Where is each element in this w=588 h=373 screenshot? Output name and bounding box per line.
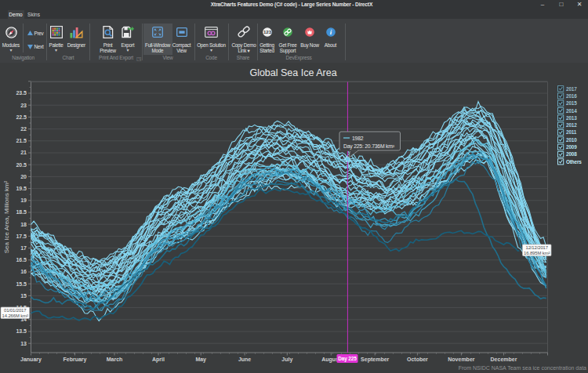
svg-text:13: 13 [20,341,27,346]
svg-text:15: 15 [20,293,27,299]
svg-text:From NSIDC NASA Team sea ice c: From NSIDC NASA Team sea ice concentrati… [459,365,586,371]
svg-text:Day 225: Day 225 [338,356,357,362]
svg-text:November: November [448,357,475,362]
svg-text:January: January [20,357,42,363]
svg-text:12/12/2017: 12/12/2017 [525,245,547,250]
svg-text:March: March [107,357,123,362]
svg-text:Sea Ice Area, Millions km²: Sea Ice Area, Millions km² [3,180,10,253]
svg-text:June: June [238,357,251,362]
svg-text:19.5: 19.5 [16,186,27,191]
svg-text:16: 16 [20,269,27,274]
svg-text:22: 22 [20,126,27,132]
svg-text:18.5: 18.5 [16,209,27,215]
svg-text:October: October [407,357,428,362]
svg-text:17: 17 [20,245,27,251]
svg-text:20: 20 [20,174,27,179]
svg-text:2008: 2008 [566,151,577,157]
svg-text:2010: 2010 [566,137,577,143]
svg-text:2014: 2014 [566,108,577,114]
svg-text:2012: 2012 [566,122,577,128]
svg-text:Others: Others [566,159,582,165]
svg-text:123: 123 [263,30,271,34]
svg-text:July: July [281,357,292,363]
svg-text:April: April [152,357,165,363]
svg-text:19: 19 [20,197,27,203]
svg-text:15.5: 15.5 [16,281,27,287]
svg-text:23: 23 [20,103,27,108]
svg-text:17.5: 17.5 [16,234,27,239]
svg-text:20.5: 20.5 [16,162,27,168]
svg-text:01/01/2017: 01/01/2017 [4,308,26,313]
svg-text:14.266M km²: 14.266M km² [2,313,28,318]
svg-text:16.895M km²: 16.895M km² [524,251,550,255]
svg-text:Day 225: 20.736M km²: Day 225: 20.736M km² [343,143,395,150]
svg-text:September: September [361,357,389,363]
svg-text:13.5: 13.5 [16,328,27,334]
svg-text:December: December [491,357,517,362]
svg-text:16.5: 16.5 [16,257,27,263]
svg-text:May: May [195,357,206,363]
svg-text:21: 21 [20,150,27,155]
svg-text:23.5: 23.5 [16,90,27,96]
svg-text:2015: 2015 [566,100,577,106]
svg-text:22.5: 22.5 [16,114,27,120]
svg-text:2009: 2009 [566,144,577,150]
svg-text:1982: 1982 [352,136,364,141]
svg-text:Global Sea Ice Area: Global Sea Ice Area [249,67,336,78]
svg-text:2017: 2017 [566,86,577,92]
svg-text:2011: 2011 [566,129,577,135]
svg-text:2013: 2013 [566,115,577,121]
svg-text:18: 18 [20,222,27,227]
svg-text:February: February [64,357,87,363]
svg-text:21.5: 21.5 [16,138,27,143]
svg-text:2016: 2016 [566,93,577,99]
